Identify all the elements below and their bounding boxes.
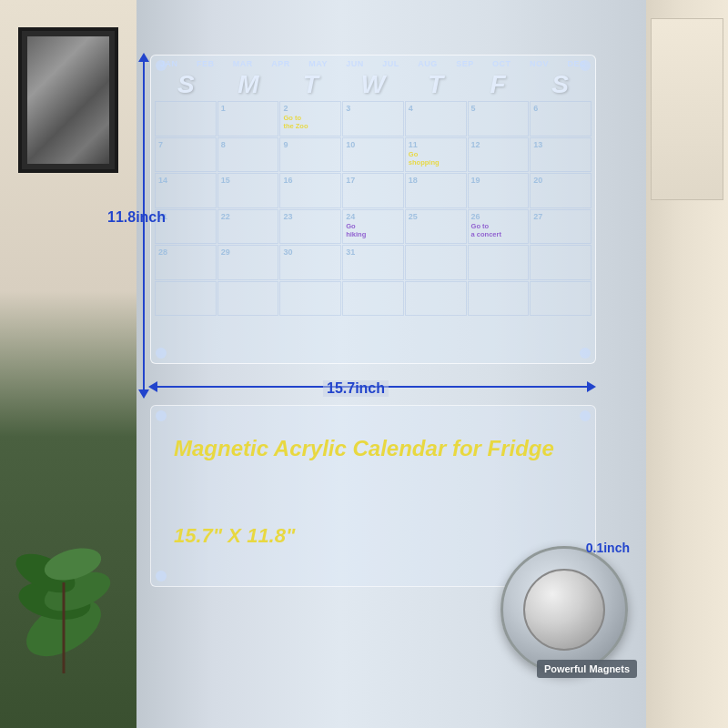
day-thu: T (404, 70, 467, 99)
cal-cell: 4 (405, 101, 467, 136)
cal-number: 7 (158, 140, 213, 149)
cal-event: Go to the Zoo (283, 114, 338, 130)
cal-cell: 8 (217, 137, 279, 173)
cal-number: 16 (283, 176, 338, 185)
month-feb: FEB (197, 59, 215, 68)
cal-number: 12 (471, 140, 526, 149)
cal-cell: 15 (217, 173, 279, 208)
corner-tr (580, 60, 591, 71)
cal-cell (342, 281, 404, 317)
cal-cell: 11Go shopping (405, 137, 467, 173)
cal-cell: 13 (530, 137, 592, 173)
cal-number: 30 (283, 248, 338, 257)
day-wed: W (342, 70, 405, 99)
cal-event: Go hiking (346, 222, 400, 238)
cal-cell: 7 (155, 137, 217, 173)
cal-number: 4 (409, 104, 463, 113)
cabinet-door (651, 18, 723, 200)
cal-number: 29 (221, 248, 276, 257)
right-cabinet (637, 0, 728, 728)
cal-cell (530, 245, 592, 280)
thickness-label: 0.1inch (586, 541, 630, 555)
month-sep: SEP (456, 59, 474, 68)
cal-event: Go shopping (409, 150, 463, 167)
plant-decoration (9, 491, 127, 673)
cal-cell: 29 (217, 245, 279, 280)
cal-cell: 25 (405, 209, 467, 245)
cal-number: 19 (471, 176, 526, 185)
cal-number: 20 (533, 176, 588, 185)
month-may: MAY (308, 59, 328, 68)
corner-br (580, 348, 591, 359)
cal-number: 31 (346, 248, 400, 257)
cal-number: 10 (346, 140, 400, 149)
cal-cell (530, 281, 592, 317)
cal-cell (155, 101, 217, 136)
cal-cell (405, 281, 467, 317)
day-fri: F (467, 70, 530, 99)
month-oct: OCT (492, 59, 511, 68)
month-jun: JUN (346, 59, 364, 68)
day-sat: S (529, 70, 592, 99)
cal-cell: 24Go hiking (342, 209, 404, 245)
arrow-right-head (587, 381, 596, 392)
cal-cell: 19 (468, 173, 530, 208)
month-jul: JUL (382, 59, 399, 68)
cal-cell: 20 (530, 173, 592, 208)
cal-number: 17 (346, 176, 400, 185)
cal-cell (468, 281, 530, 317)
magnet-button (523, 569, 605, 651)
picture-frame (18, 27, 118, 173)
cal-number: 25 (409, 212, 463, 221)
cal-cell: 22 (217, 209, 279, 245)
cal-number: 2 (283, 104, 338, 113)
month-row: JAN FEB MAR APR MAY JUN JUL AUG SEP OCT … (151, 56, 595, 70)
cal-cell: 5 (468, 101, 530, 136)
cal-cell: 23 (279, 209, 341, 245)
cal-cell: 12 (468, 137, 530, 173)
corner-bl (156, 348, 167, 359)
cal-number: 18 (409, 176, 463, 185)
cal-number: 27 (533, 212, 588, 221)
day-mon: M (217, 70, 280, 99)
cal-number: 14 (158, 176, 213, 185)
cal-cell: 30 (279, 245, 341, 280)
day-sun: S (155, 70, 217, 99)
cal-number: 8 (221, 140, 276, 149)
cal-number: 23 (283, 212, 338, 221)
cal-cell: 17 (342, 173, 404, 208)
cal-number: 3 (346, 104, 400, 113)
width-label: 15.7inch (323, 380, 389, 397)
cal-event: Go to a concert (471, 222, 526, 238)
cal-number: 26 (471, 212, 526, 221)
cal-cell: 9 (279, 137, 341, 173)
note-corner-bl (156, 571, 167, 581)
product-title: Magnetic Acrylic Calendar for Fridge (174, 433, 554, 464)
magnet-photo (500, 546, 628, 673)
cal-number: 22 (221, 212, 276, 221)
corner-tl (156, 60, 167, 71)
cal-cell (155, 281, 217, 317)
note-corner-tr (580, 410, 591, 421)
cal-cell: 1 (217, 101, 279, 136)
cal-cell (279, 281, 341, 317)
month-mar: MAR (233, 59, 253, 68)
height-arrow (135, 53, 153, 399)
cal-cell: 10 (342, 137, 404, 173)
cal-cell: 18 (405, 173, 467, 208)
cal-cell: 16 (279, 173, 341, 208)
cal-number: 11 (409, 140, 463, 149)
cal-number: 24 (346, 212, 400, 221)
cal-cell: 6 (530, 101, 592, 136)
cal-cell: 27 (530, 209, 592, 245)
cal-number: 1 (221, 104, 276, 113)
cal-cell (468, 245, 530, 280)
cal-number: 13 (533, 140, 588, 149)
cal-cell (405, 245, 467, 280)
arrow-down-head (138, 389, 149, 399)
cal-cell: 3 (342, 101, 404, 136)
note-corner-tl (156, 410, 167, 421)
calendar-grid: 12Go to the Zoo34567891011Go shopping121… (151, 101, 595, 319)
calendar-board: JAN FEB MAR APR MAY JUN JUL AUG SEP OCT … (150, 55, 596, 364)
day-headers: S M T W T F S (151, 70, 595, 99)
